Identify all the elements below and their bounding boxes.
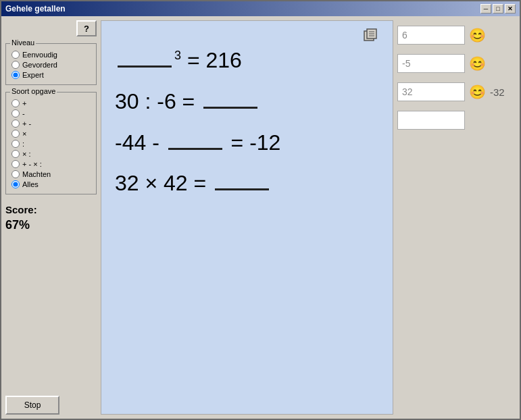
niveau-label: Niveau	[10, 38, 36, 47]
niveau-eenvoudig[interactable]: Eenvoudig	[11, 51, 91, 59]
smiley-2: 😊	[469, 55, 486, 72]
blank-3	[168, 147, 222, 150]
soort-machten[interactable]: Machten	[11, 170, 91, 178]
blank-2	[203, 106, 257, 109]
smiley-3: 😊	[469, 84, 486, 100]
answer-row-4	[397, 108, 516, 132]
answer-row-2: 😊	[397, 51, 516, 76]
smiley-1: 😊	[469, 27, 486, 43]
niveau-radio-group: Eenvoudig Gevorderd Expert	[11, 51, 91, 79]
score-label: Score:	[5, 204, 97, 215]
copy-icon[interactable]	[363, 28, 379, 43]
soort-group: Soort opgave + - + -	[5, 92, 97, 194]
score-section: Score: 67%	[5, 204, 97, 232]
close-button[interactable]: ✕	[505, 4, 516, 14]
problem-2: 30 : -6 =	[115, 86, 379, 117]
stop-button[interactable]: Stop	[5, 396, 59, 415]
soort-maal[interactable]: ×	[11, 130, 91, 138]
answer-row-3: 😊 -32	[397, 80, 516, 104]
soort-maaldeel[interactable]: × :	[11, 150, 91, 158]
answer-input-4[interactable]	[397, 111, 465, 130]
problem-3: -44 - = -12	[115, 128, 379, 158]
window-title: Gehele getallen	[5, 4, 66, 14]
niveau-group: Niveau Eenvoudig Gevorderd Expert	[5, 43, 97, 85]
niveau-expert-label: Expert	[22, 71, 44, 79]
correct-answer-3: -32	[490, 86, 505, 98]
niveau-gevorderd[interactable]: Gevorderd	[11, 61, 91, 69]
soort-alldeel[interactable]: + - × :	[11, 160, 91, 168]
soort-radio-group: + - + - × :	[11, 99, 91, 188]
soort-deel[interactable]: :	[11, 140, 91, 148]
niveau-expert[interactable]: Expert	[11, 71, 91, 79]
soort-label: Soort opgave	[10, 87, 57, 95]
answer-input-2[interactable]	[397, 54, 465, 73]
title-bar-buttons: ─ □ ✕	[480, 4, 516, 14]
title-bar: Gehele getallen ─ □ ✕	[1, 1, 520, 16]
maximize-button[interactable]: □	[493, 4, 503, 14]
answer-input-3[interactable]	[397, 82, 465, 101]
soort-plus[interactable]: +	[11, 99, 91, 107]
answer-row-1: 😊	[397, 23, 516, 47]
help-button[interactable]: ?	[76, 20, 97, 36]
main-window: Gehele getallen ─ □ ✕ ? Niveau Eenvoudig	[0, 0, 521, 420]
main-content: ? Niveau Eenvoudig Gevorderd Ex	[1, 16, 520, 419]
answer-input-1[interactable]	[397, 26, 465, 45]
problem-1: 3 = 216	[115, 45, 379, 76]
blank-4	[215, 188, 269, 190]
minimize-button[interactable]: ─	[480, 4, 491, 14]
blank-1	[118, 65, 172, 68]
problem-4: 32 × 42 =	[115, 168, 379, 199]
left-panel: ? Niveau Eenvoudig Gevorderd Ex	[5, 20, 97, 415]
soort-min[interactable]: -	[11, 109, 91, 117]
niveau-gevorderd-label: Gevorderd	[22, 61, 57, 69]
soort-plusmin[interactable]: + -	[11, 120, 91, 128]
niveau-eenvoudig-label: Eenvoudig	[22, 51, 57, 59]
middle-panel: 3 = 216 30 : -6 = -44 - = -12 32 × 42 =	[101, 20, 393, 415]
right-panel: 😊 😊 😊 -32	[397, 20, 516, 415]
top-icon-area	[115, 28, 379, 43]
score-value: 67%	[5, 218, 97, 232]
soort-alles[interactable]: Alles	[11, 180, 91, 188]
